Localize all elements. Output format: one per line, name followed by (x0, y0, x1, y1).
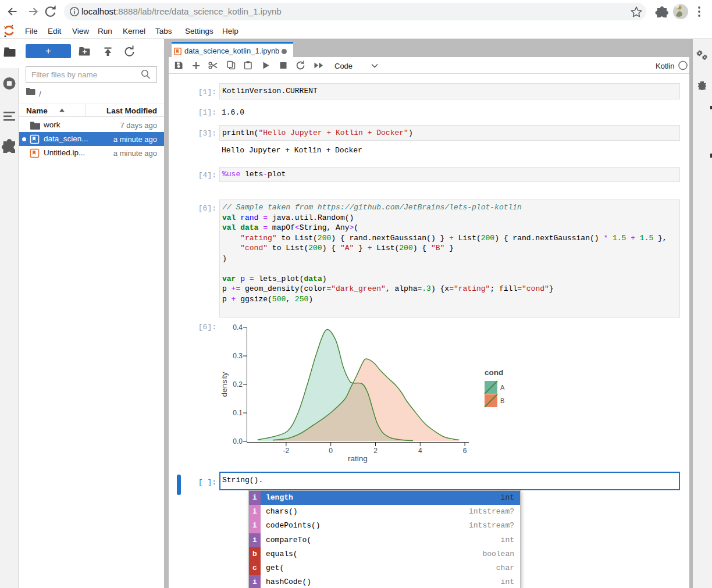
svg-text:B: B (500, 397, 504, 404)
svg-text:0: 0 (329, 447, 333, 455)
svg-text:density: density (220, 372, 229, 397)
svg-text:6: 6 (463, 447, 467, 455)
svg-text:-2: -2 (283, 447, 290, 455)
svg-text:rating: rating (348, 454, 368, 463)
svg-text:0.1: 0.1 (233, 409, 243, 417)
svg-text:0.2: 0.2 (233, 380, 243, 389)
svg-text:0.4: 0.4 (233, 323, 243, 332)
svg-text:2: 2 (373, 447, 378, 455)
svg-text:0.3: 0.3 (233, 352, 243, 360)
svg-text:cond: cond (485, 368, 503, 377)
svg-text:4: 4 (418, 447, 422, 455)
svg-text:0.0: 0.0 (233, 437, 243, 446)
svg-text:A: A (500, 384, 505, 391)
